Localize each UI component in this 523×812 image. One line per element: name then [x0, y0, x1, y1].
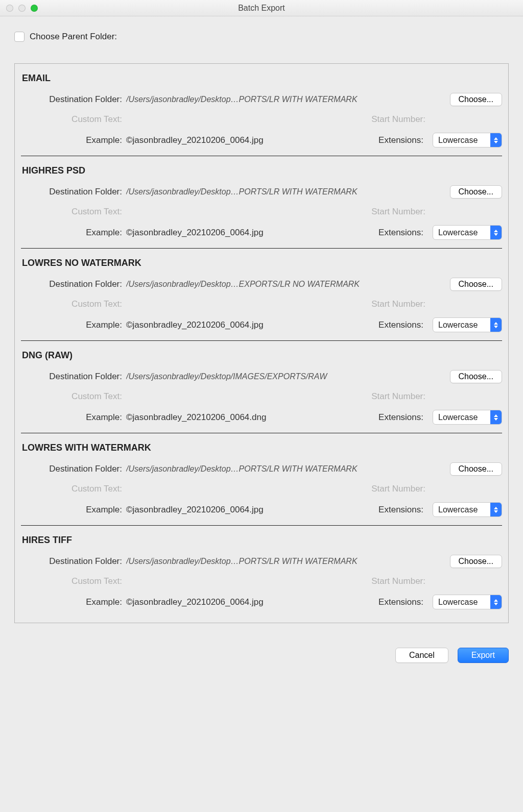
preset-title: LOWRES WITH WATERMARK	[21, 442, 502, 453]
updown-arrows-icon	[490, 503, 502, 516]
destination-folder-label: Destination Folder:	[21, 372, 126, 382]
example-label: Example:	[21, 412, 126, 423]
extensions-label: Extensions:	[378, 320, 427, 330]
extensions-label: Extensions:	[378, 135, 427, 145]
extensions-label: Extensions:	[378, 505, 427, 515]
choose-folder-button[interactable]: Choose...	[450, 185, 502, 199]
preset-divider	[21, 525, 502, 526]
extensions-label: Extensions:	[378, 597, 427, 607]
export-button[interactable]: Export	[458, 648, 509, 663]
preset-block: LOWRES WITH WATERMARK Destination Folder…	[21, 442, 502, 517]
destination-folder-label: Destination Folder:	[21, 187, 126, 197]
example-value: ©jasonbradley_20210206_0064.jpg	[126, 320, 378, 330]
destination-folder-label: Destination Folder:	[21, 556, 126, 567]
destination-folder-path: /Users/jasonbradley/Desktop/IMAGES/EXPOR…	[126, 372, 446, 381]
start-number-label: Start Number:	[371, 576, 502, 586]
example-label: Example:	[21, 505, 126, 515]
extensions-select-value: Lowercase	[438, 413, 478, 422]
choose-folder-button[interactable]: Choose...	[450, 462, 502, 476]
example-label: Example:	[21, 597, 126, 607]
updown-arrows-icon	[490, 318, 502, 332]
choose-folder-button[interactable]: Choose...	[450, 555, 502, 568]
custom-text-label: Custom Text:	[21, 114, 126, 125]
preset-divider	[21, 156, 502, 156]
choose-parent-folder-label: Choose Parent Folder:	[30, 32, 117, 42]
choose-folder-button[interactable]: Choose...	[450, 370, 502, 383]
extensions-select[interactable]: Lowercase	[433, 317, 502, 332]
preset-divider	[21, 433, 502, 433]
preset-title: HIRES TIFF	[21, 535, 502, 546]
extensions-select[interactable]: Lowercase	[433, 502, 502, 517]
start-number-label: Start Number:	[371, 207, 502, 217]
preset-block: LOWRES NO WATERMARK Destination Folder: …	[21, 258, 502, 332]
example-label: Example:	[21, 320, 126, 330]
preset-block: HIGHRES PSD Destination Folder: /Users/j…	[21, 165, 502, 240]
presets-panel: EMAIL Destination Folder: /Users/jasonbr…	[14, 63, 509, 623]
destination-folder-path: /Users/jasonbradley/Desktop…PORTS/LR WIT…	[126, 557, 446, 566]
preset-divider	[21, 340, 502, 341]
example-value: ©jasonbradley_20210206_0064.jpg	[126, 505, 378, 515]
updown-arrows-icon	[490, 133, 502, 147]
destination-folder-path: /Users/jasonbradley/Desktop…PORTS/LR WIT…	[126, 464, 446, 474]
preset-title: DNG (RAW)	[21, 350, 502, 361]
preset-divider	[21, 248, 502, 249]
example-value: ©jasonbradley_20210206_0064.jpg	[126, 597, 378, 607]
extensions-select-value: Lowercase	[438, 136, 478, 145]
start-number-label: Start Number:	[371, 114, 502, 125]
example-value: ©jasonbradley_20210206_0064.jpg	[126, 135, 378, 145]
extensions-select-value: Lowercase	[438, 598, 478, 607]
updown-arrows-icon	[490, 226, 502, 239]
extensions-select[interactable]: Lowercase	[433, 595, 502, 609]
choose-parent-folder-checkbox[interactable]	[14, 32, 25, 42]
preset-block: EMAIL Destination Folder: /Users/jasonbr…	[21, 73, 502, 147]
extensions-label: Extensions:	[378, 228, 427, 238]
choose-folder-button[interactable]: Choose...	[450, 278, 502, 291]
custom-text-label: Custom Text:	[21, 299, 126, 309]
updown-arrows-icon	[490, 410, 502, 424]
extensions-select-value: Lowercase	[438, 505, 478, 514]
custom-text-label: Custom Text:	[21, 484, 126, 494]
extensions-select-value: Lowercase	[438, 321, 478, 330]
choose-folder-button[interactable]: Choose...	[450, 93, 502, 106]
extensions-label: Extensions:	[378, 412, 427, 423]
titlebar: Batch Export	[0, 0, 523, 16]
preset-title: EMAIL	[21, 73, 502, 84]
extensions-select[interactable]: Lowercase	[433, 133, 502, 147]
example-label: Example:	[21, 228, 126, 238]
destination-folder-path: /Users/jasonbradley/Desktop…PORTS/LR WIT…	[126, 95, 446, 104]
example-value: ©jasonbradley_20210206_0064.jpg	[126, 228, 378, 238]
dialog-footer: Cancel Export	[0, 633, 523, 663]
custom-text-label: Custom Text:	[21, 576, 126, 586]
start-number-label: Start Number:	[371, 299, 502, 309]
destination-folder-path: /Users/jasonbradley/Desktop…EXPORTS/LR N…	[126, 280, 446, 289]
window-title: Batch Export	[0, 4, 523, 13]
example-label: Example:	[21, 135, 126, 145]
custom-text-label: Custom Text:	[21, 391, 126, 402]
preset-block: DNG (RAW) Destination Folder: /Users/jas…	[21, 350, 502, 425]
preset-title: LOWRES NO WATERMARK	[21, 258, 502, 268]
preset-title: HIGHRES PSD	[21, 165, 502, 176]
extensions-select[interactable]: Lowercase	[433, 225, 502, 240]
extensions-select[interactable]: Lowercase	[433, 410, 502, 425]
extensions-select-value: Lowercase	[438, 228, 478, 237]
cancel-button[interactable]: Cancel	[395, 648, 448, 663]
preset-block: HIRES TIFF Destination Folder: /Users/ja…	[21, 535, 502, 609]
start-number-label: Start Number:	[371, 484, 502, 494]
start-number-label: Start Number:	[371, 391, 502, 402]
custom-text-label: Custom Text:	[21, 207, 126, 217]
destination-folder-label: Destination Folder:	[21, 464, 126, 474]
destination-folder-label: Destination Folder:	[21, 279, 126, 289]
destination-folder-path: /Users/jasonbradley/Desktop…PORTS/LR WIT…	[126, 187, 446, 196]
updown-arrows-icon	[490, 595, 502, 609]
example-value: ©jasonbradley_20210206_0064.dng	[126, 412, 378, 423]
destination-folder-label: Destination Folder:	[21, 94, 126, 105]
